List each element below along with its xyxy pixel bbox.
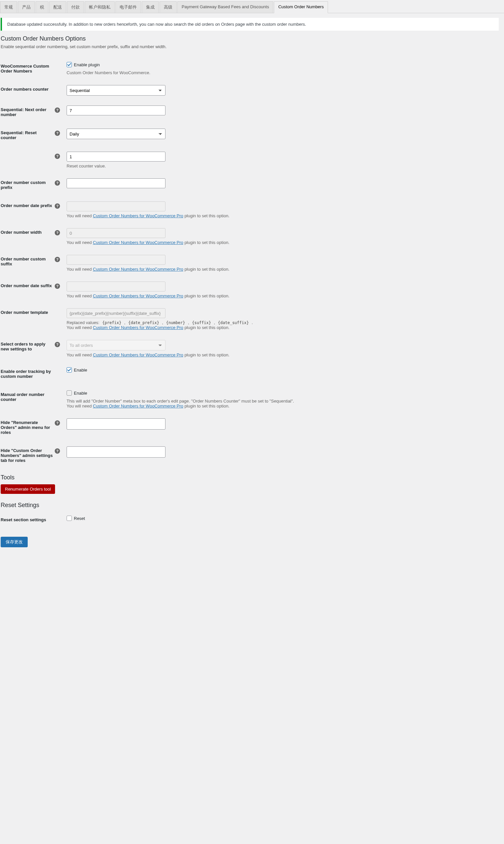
tools-heading: Tools: [1, 474, 499, 481]
pro-notice: You will need Custom Order Numbers for W…: [67, 293, 297, 298]
reset-heading: Reset Settings: [1, 502, 499, 509]
hide-tab-multiselect[interactable]: [67, 446, 165, 457]
tab-advanced[interactable]: 高级: [160, 1, 177, 13]
apply-to-select: To all orders: [67, 340, 165, 351]
width-input: [67, 228, 165, 238]
tab-shipping[interactable]: 配送: [49, 1, 66, 13]
counter-select[interactable]: Sequential: [67, 85, 165, 96]
enable-plugin-check-label: Enable plugin: [74, 62, 100, 67]
reset-value-desc: Reset counter value.: [67, 163, 297, 168]
pro-notice: You will need Custom Order Numbers for W…: [67, 213, 297, 218]
tab-products[interactable]: 产品: [18, 1, 35, 13]
enable-plugin-desc: Custom Order Numbers for WooCommerce.: [67, 70, 297, 75]
manual-row: Enable: [67, 390, 87, 396]
pro-link[interactable]: Custom Order Numbers for WooCommerce Pro: [93, 353, 183, 357]
template-desc: Replaced values: {prefix} , {date_prefix…: [67, 320, 297, 330]
help-icon[interactable]: ?: [55, 284, 60, 289]
manual-check-label: Enable: [74, 391, 87, 396]
pro-link[interactable]: Custom Order Numbers for WooCommerce Pro: [93, 325, 183, 330]
template-input: [67, 308, 165, 318]
pro-link[interactable]: Custom Order Numbers for WooCommerce Pro: [93, 213, 183, 218]
template-label: Order number template: [1, 303, 63, 335]
tab-payment-gateway[interactable]: Payment Gateway Based Fees and Discounts: [177, 1, 273, 13]
tracking-label: Enable order tracking by custom number: [1, 362, 63, 385]
enable-plugin-label: WooCommerce Custom Order Numbers: [1, 57, 63, 80]
reset-check-label: Reset: [74, 516, 85, 521]
help-icon[interactable]: ?: [55, 180, 60, 186]
tracking-checkbox[interactable]: [67, 367, 72, 373]
manual-checkbox: [67, 390, 72, 396]
pro-notice: You will need Custom Order Numbers for W…: [67, 267, 297, 272]
reset-counter-select[interactable]: Daily: [67, 129, 165, 139]
pro-link[interactable]: Custom Order Numbers for WooCommerce Pro: [93, 240, 183, 245]
date-prefix-label: Order number date prefix: [1, 203, 52, 208]
pro-notice: You will need Custom Order Numbers for W…: [67, 353, 297, 357]
pro-link[interactable]: Custom Order Numbers for WooCommerce Pro: [93, 293, 183, 298]
date-prefix-input: [67, 201, 165, 211]
help-icon[interactable]: ?: [55, 230, 60, 235]
tracking-check-label: Enable: [74, 367, 87, 373]
hide-menu-multiselect[interactable]: [67, 418, 165, 430]
reset-label: Reset section settings: [1, 511, 63, 529]
help-icon[interactable]: ?: [55, 130, 60, 136]
pro-notice: You will need Custom Order Numbers for W…: [67, 240, 297, 245]
date-suffix-input: [67, 282, 165, 291]
next-number-input[interactable]: [67, 106, 165, 115]
settings-table: WooCommerce Custom Order Numbers Enable …: [1, 57, 499, 469]
counter-label: Order numbers counter: [1, 80, 63, 101]
tab-tax[interactable]: 税: [36, 1, 49, 13]
help-icon[interactable]: ?: [55, 257, 60, 262]
tab-bar: 常规 产品 税 配送 付款 帐户和隐私 电子邮件 集成 高级 Payment G…: [0, 0, 504, 13]
tab-accounts[interactable]: 帐户和隐私: [85, 1, 115, 13]
tab-general[interactable]: 常规: [0, 1, 17, 13]
tab-checkout[interactable]: 付款: [67, 1, 84, 13]
custom-suffix-label: Order number custom suffix: [1, 256, 53, 266]
apply-to-label: Select orders to apply new settings to: [1, 342, 53, 352]
success-notice: Database updated successfully. In additi…: [1, 18, 499, 31]
help-icon[interactable]: ?: [55, 420, 60, 426]
reset-row[interactable]: Reset: [67, 516, 85, 521]
help-icon[interactable]: ?: [55, 154, 60, 159]
reset-value-input[interactable]: [67, 152, 165, 162]
help-icon[interactable]: ?: [55, 448, 60, 454]
pro-link[interactable]: Custom Order Numbers for WooCommerce Pro: [93, 403, 183, 409]
help-icon[interactable]: ?: [55, 107, 60, 113]
reset-checkbox[interactable]: [67, 516, 72, 521]
custom-suffix-input: [67, 255, 165, 265]
custom-prefix-input[interactable]: [67, 178, 165, 188]
enable-plugin-checkbox[interactable]: [67, 62, 72, 67]
manual-desc: This will add "Order Number" meta box to…: [67, 399, 297, 409]
next-number-label: Sequential: Next order number: [1, 107, 53, 117]
date-suffix-label: Order number date suffix: [1, 283, 52, 288]
renumerate-orders-button[interactable]: Renumerate Orders tool: [1, 484, 55, 494]
manual-label: Manual order number counter: [1, 385, 63, 413]
hide-tab-label: Hide "Custom Order Numbers" admin settin…: [1, 448, 53, 463]
tab-custom-order-numbers[interactable]: Custom Order Numbers: [274, 1, 328, 13]
pro-link[interactable]: Custom Order Numbers for WooCommerce Pro: [93, 267, 183, 272]
tab-integration[interactable]: 集成: [142, 1, 159, 13]
help-icon[interactable]: ?: [55, 203, 60, 209]
help-icon[interactable]: ?: [55, 342, 60, 347]
tab-emails[interactable]: 电子邮件: [115, 1, 141, 13]
width-label: Order number width: [1, 230, 41, 235]
hide-menu-label: Hide "Renumerate Orders" admin menu for …: [1, 420, 53, 435]
save-button[interactable]: 保存更改: [1, 537, 28, 547]
reset-counter-label: Sequential: Reset counter: [1, 130, 53, 140]
enable-plugin-row[interactable]: Enable plugin: [67, 62, 100, 67]
tracking-row[interactable]: Enable: [67, 367, 87, 373]
section-desc: Enable sequential order numbering, set c…: [1, 44, 499, 49]
custom-prefix-label: Order number custom prefix: [1, 180, 53, 190]
section-heading: Custom Order Numbers Options: [1, 35, 499, 42]
